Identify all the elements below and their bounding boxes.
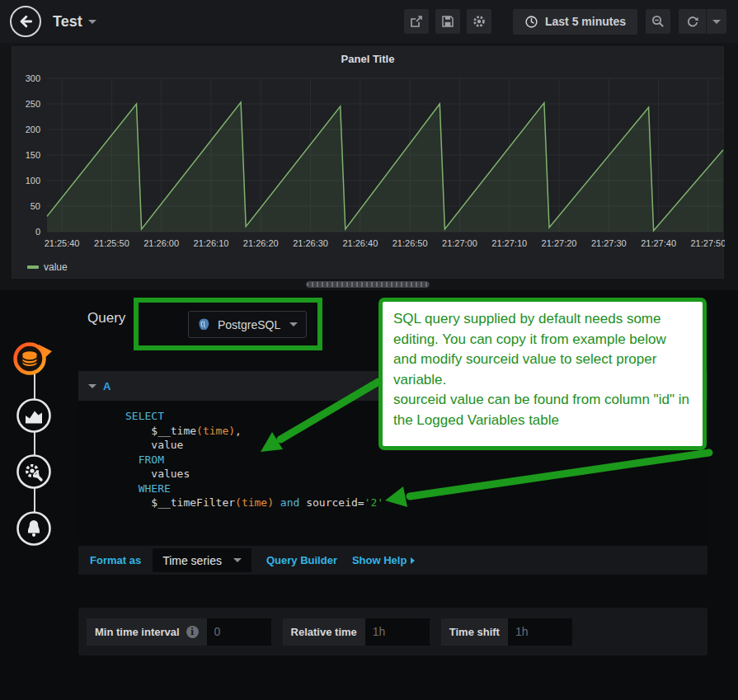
annotation-note: SQL query supplied by default needs some…	[378, 298, 707, 450]
annotation-text-1: SQL query supplied by default needs some…	[393, 309, 692, 390]
min-interval-label-box: Min time interval i	[87, 618, 207, 646]
x-axis-label: 21:27:40	[641, 238, 676, 248]
search-minus-icon	[651, 14, 665, 29]
share-icon	[409, 14, 424, 29]
database-icon	[12, 339, 54, 378]
time-range-label: Last 5 minutes	[545, 15, 626, 28]
x-axis-label: 21:27:00	[442, 238, 477, 248]
panel-resize-strip	[12, 279, 724, 290]
x-axis-label: 21:27:50	[690, 238, 725, 248]
x-axis-label: 21:26:10	[194, 238, 229, 248]
show-help-label: Show Help	[352, 554, 407, 566]
refresh-button[interactable]	[679, 9, 707, 34]
tab-visualization[interactable]	[16, 397, 52, 434]
format-as-label: Format as	[90, 554, 141, 566]
refresh-button-group	[679, 9, 726, 34]
code-line: values	[125, 467, 707, 482]
y-axis-label: 200	[26, 124, 40, 134]
relative-time-label: Relative time	[291, 626, 357, 638]
x-axis-label: 21:27:30	[591, 238, 627, 248]
back-button[interactable]	[10, 6, 41, 37]
x-axis-label: 21:26:50	[393, 238, 428, 248]
collapse-caret-icon	[88, 384, 96, 388]
y-axis-label: 50	[31, 201, 40, 211]
series-fill	[47, 102, 723, 232]
legend-series-icon	[27, 265, 39, 269]
datasource-picker[interactable]: PostgreSQL	[188, 311, 307, 338]
refresh-interval-button[interactable]	[707, 9, 726, 34]
time-shift-label: Time shift	[449, 626, 500, 638]
bell-icon	[16, 510, 52, 547]
time-shift-group: Time shift	[441, 618, 572, 646]
y-axis-label: 300	[26, 73, 40, 83]
time-shift-input[interactable]	[508, 618, 572, 646]
zoom-out-button[interactable]	[646, 9, 670, 34]
chevron-down-icon	[233, 558, 242, 562]
share-button[interactable]	[404, 9, 429, 34]
x-axis-label: 21:26:40	[342, 238, 378, 248]
tab-alert[interactable]	[16, 510, 52, 547]
annotation-text-2: sourceid value can be found from column …	[393, 390, 692, 430]
refresh-icon	[685, 14, 700, 29]
dashboard-title[interactable]: Test	[53, 13, 96, 31]
time-range-button[interactable]: Last 5 minutes	[513, 9, 637, 35]
relative-time-label-box: Relative time	[283, 618, 365, 646]
query-builder-button[interactable]: Query Builder	[266, 554, 337, 566]
chart-icon	[16, 397, 52, 434]
info-icon[interactable]: i	[186, 626, 199, 638]
navbar: Test	[0, 0, 738, 43]
gear-icon	[472, 14, 487, 29]
show-help-button[interactable]: Show Help	[352, 554, 415, 566]
datasource-name: PostgreSQL	[218, 318, 283, 331]
x-axis-label: 21:27:20	[542, 238, 577, 248]
save-button[interactable]	[435, 9, 460, 34]
code-line: FROM	[125, 453, 707, 467]
panel-resize-handle[interactable]	[306, 281, 430, 288]
code-line: WHERE	[125, 482, 707, 496]
format-as-value: Time series	[162, 554, 222, 567]
chart-legend: value	[12, 260, 723, 273]
save-icon	[440, 14, 455, 29]
code-line: $__timeFilter(time) and sourceid='2'	[125, 496, 707, 510]
query-toolbar: Format as Time series Query Builder Show…	[78, 546, 707, 575]
y-axis-label: 250	[26, 99, 40, 109]
dashboard-title-text: Test	[53, 13, 82, 31]
graph-panel: Panel Title 05010015020025030021:25:4021…	[12, 46, 724, 279]
tab-queries[interactable]	[12, 339, 54, 378]
chevron-down-icon	[88, 20, 96, 24]
relative-time-input[interactable]	[365, 618, 430, 646]
query-ref-id: A	[103, 380, 110, 392]
show-help-caret-icon	[411, 557, 415, 564]
format-as-dropdown[interactable]: Time series	[153, 548, 251, 572]
y-axis-label: 100	[26, 176, 40, 186]
x-axis-label: 21:25:40	[45, 238, 80, 248]
query-builder-label: Query Builder	[266, 554, 337, 566]
x-axis-label: 21:25:50	[94, 238, 129, 248]
chevron-down-icon	[712, 20, 721, 24]
time-series-chart[interactable]: 05010015020025030021:25:4021:25:5021:26:…	[12, 70, 725, 260]
tab-general[interactable]	[16, 453, 52, 490]
min-interval-label: Min time interval	[95, 626, 180, 638]
arrow-left-icon	[17, 13, 34, 30]
min-interval-group: Min time interval i	[87, 618, 271, 646]
panel-settings-button[interactable]	[467, 9, 491, 34]
postgresql-icon	[197, 317, 211, 331]
dashboard-area: Panel Title 05010015020025030021:25:4021…	[0, 43, 738, 290]
time-shift-label-box: Time shift	[441, 618, 508, 646]
y-axis-label: 0	[35, 227, 40, 237]
panel-title[interactable]: Panel Title	[12, 47, 723, 70]
x-axis-label: 21:26:30	[293, 238, 328, 248]
x-axis-label: 21:27:10	[491, 238, 527, 248]
relative-time-group: Relative time	[283, 618, 430, 646]
query-section-label: Query	[87, 310, 125, 327]
clock-icon	[524, 15, 538, 29]
query-editor-section: Query PostgreSQL SQL query supplied by d…	[0, 290, 738, 700]
query-options-card: Min time interval i Relative time Time s…	[78, 608, 707, 655]
gear-wrench-icon	[16, 453, 52, 490]
y-axis-label: 150	[26, 150, 40, 160]
min-interval-input[interactable]	[207, 618, 271, 646]
x-axis-label: 21:26:20	[243, 238, 279, 248]
legend-series-label[interactable]: value	[44, 261, 68, 273]
chevron-down-icon	[289, 322, 298, 327]
x-axis-label: 21:26:00	[143, 238, 179, 248]
